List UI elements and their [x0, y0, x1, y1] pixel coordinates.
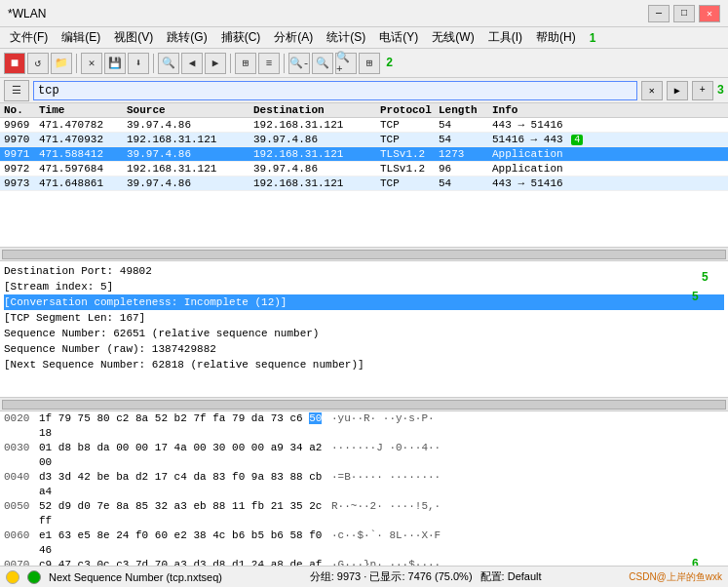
filter-input[interactable]	[33, 81, 637, 100]
packet-list[interactable]: No. Time Source Destination Protocol Len…	[0, 103, 728, 248]
hex-row: 0040 d3 3d 42 be ba d2 17 c4 da 83 f0 9a…	[0, 470, 728, 499]
cell-no: 9970	[0, 134, 39, 145]
filter-bookmark-button[interactable]: ☰	[4, 80, 29, 101]
tb-zoom-out-button[interactable]: 🔍-	[288, 53, 310, 74]
detail-line[interactable]: Destination Port: 49802	[4, 263, 724, 279]
menu-wireless[interactable]: 无线(W)	[426, 27, 479, 48]
tb-layout-button[interactable]: ⊞	[359, 53, 380, 74]
tb-zoom-in-button[interactable]: 🔍+	[335, 53, 357, 74]
hex-bytes: 1f 79 75 80 c2 8a 52 b2 7f fa 79 da 73 c…	[39, 411, 331, 441]
detail-line[interactable]: [Conversation completeness: Incomplete (…	[4, 294, 724, 310]
cell-src: 39.97.4.86	[127, 148, 253, 160]
menu-tools[interactable]: 工具(I)	[482, 27, 528, 48]
menu-help[interactable]: 帮助(H)	[530, 27, 582, 48]
tb-save-button[interactable]: 💾	[104, 53, 126, 74]
tb-fwd-button[interactable]: ▶	[205, 53, 226, 74]
cell-no: 9972	[0, 163, 39, 175]
table-row[interactable]: 9973 471.648861 39.97.4.86 192.168.31.12…	[0, 176, 728, 191]
title-controls: — □ ✕	[648, 5, 720, 22]
tb-sep-2	[153, 54, 154, 73]
detail-line[interactable]: Sequence Number: 62651 (relative sequenc…	[4, 326, 724, 341]
watermark-text: CSDN@上岸的鱼wxk	[629, 570, 722, 584]
tb-search-button[interactable]: 🔍	[158, 53, 179, 74]
col-header-no: No.	[0, 104, 39, 116]
status-group-text: 分组: 9973 · 已显示: 7476 (75.0%)	[310, 569, 473, 584]
cell-dst: 192.168.31.121	[253, 148, 380, 160]
hex-offset: 0050	[4, 499, 39, 528]
detail-line[interactable]: Sequence Number (raw): 1387429882	[4, 341, 724, 357]
hex-offset: 0060	[4, 528, 39, 558]
cell-proto: TLSv1.2	[380, 163, 439, 175]
col-header-protocol: Protocol	[380, 104, 439, 116]
cell-dst: 39.97.4.86	[253, 163, 380, 175]
hex-row: 0020 1f 79 75 80 c2 8a 52 b2 7f fa 79 da…	[0, 411, 728, 441]
details-label-5: 5	[702, 271, 709, 285]
hex-offset: 0070	[4, 558, 39, 566]
table-row[interactable]: 9971 471.588412 39.97.4.86 192.168.31.12…	[0, 147, 728, 162]
cell-time: 471.470932	[39, 134, 127, 145]
hex-bytes: d3 3d 42 be ba d2 17 c4 da 83 f0 9a 83 8…	[39, 470, 331, 499]
cell-proto: TCP	[380, 177, 439, 189]
col-header-info: Info	[492, 104, 728, 116]
detail-line[interactable]: [Next Sequence Number: 62818 (relative s…	[4, 357, 724, 372]
cell-proto: TLSv1.2	[380, 148, 439, 160]
tb-zoom-norm-button[interactable]: 🔍	[312, 53, 333, 74]
menu-analyze[interactable]: 分析(A)	[268, 27, 319, 48]
tb-stop-button[interactable]: ■	[4, 53, 25, 74]
menu-goto[interactable]: 跳转(G)	[161, 27, 212, 48]
menu-edit[interactable]: 编辑(E)	[56, 27, 106, 48]
toolbar: ■ ↺ 📁 ✕ 💾 ⬇ 🔍 ◀ ▶ ⊞ ≡ 🔍- 🔍 🔍+ ⊞ 2	[0, 49, 728, 78]
cell-proto: TCP	[380, 119, 439, 131]
hex-offset: 0020	[4, 411, 39, 441]
packet-details-hscroll[interactable]	[0, 398, 728, 411]
cell-time: 471.597684	[39, 163, 127, 175]
table-row[interactable]: 9969 471.470782 39.97.4.86 192.168.31.12…	[0, 118, 728, 133]
minimize-button[interactable]: —	[648, 5, 670, 22]
status-bar: Next Sequence Number (tcp.nxtseq) 分组: 99…	[0, 566, 728, 587]
menu-stats[interactable]: 统计(S)	[321, 27, 371, 48]
status-profile-text: 配置: Default	[480, 569, 542, 584]
tb-open-button[interactable]: 📁	[51, 53, 72, 74]
filter-apply-button[interactable]: ▶	[667, 81, 688, 100]
tb-back-button[interactable]: ◀	[181, 53, 203, 74]
tb-restart-button[interactable]: ↺	[27, 53, 49, 74]
cell-len: 54	[439, 177, 492, 189]
packet-list-hscroll[interactable]	[0, 248, 728, 261]
cell-time: 471.588412	[39, 148, 127, 160]
maximize-button[interactable]: □	[673, 5, 695, 22]
menu-capture[interactable]: 捕获(C)	[215, 27, 267, 48]
filter-add-button[interactable]: +	[692, 81, 713, 100]
packet-details[interactable]: 5 Destination Port: 49802[Stream index: …	[0, 261, 728, 398]
tb-export-button[interactable]: ⬇	[128, 53, 149, 74]
hscroll-bar-1[interactable]	[2, 250, 726, 259]
detail-line[interactable]: [TCP Segment Len: 167]	[4, 310, 724, 326]
cell-info: Application	[492, 148, 728, 160]
cell-len: 96	[439, 163, 492, 175]
cell-time: 471.648861	[39, 177, 127, 189]
tb-filter-button[interactable]: ⊞	[235, 53, 256, 74]
table-row[interactable]: 9970 471.470932 192.168.31.121 39.97.4.8…	[0, 133, 728, 147]
filter-label-3: 3	[717, 84, 724, 98]
cell-len: 54	[439, 119, 492, 131]
packet-list-header: No. Time Source Destination Protocol Len…	[0, 103, 728, 118]
tb-sep-3	[230, 54, 231, 73]
tb-close-button[interactable]: ✕	[81, 53, 102, 74]
tb-sep-4	[284, 54, 285, 73]
tb-sep-1	[76, 54, 77, 73]
hex-row: 0030 01 d8 b8 da 00 00 17 4a 00 30 00 00…	[0, 441, 728, 470]
cell-info: Application	[492, 163, 728, 175]
close-button[interactable]: ✕	[699, 5, 720, 22]
tb-filter2-button[interactable]: ≡	[258, 53, 280, 74]
hex-dump[interactable]: 0020 1f 79 75 80 c2 8a 52 b2 7f fa 79 da…	[0, 411, 728, 566]
menu-file[interactable]: 文件(F)	[4, 27, 54, 48]
menu-view[interactable]: 视图(V)	[108, 27, 159, 48]
filter-bar: ☰ ✕ ▶ + 3	[0, 78, 728, 103]
cell-src: 192.168.31.121	[127, 134, 253, 145]
filter-clear-button[interactable]: ✕	[641, 81, 663, 100]
table-row[interactable]: 9972 471.597684 192.168.31.121 39.97.4.8…	[0, 162, 728, 176]
detail-line[interactable]: [Stream index: 5]	[4, 279, 724, 294]
menu-phone[interactable]: 电话(Y)	[373, 27, 424, 48]
hscroll-bar-2[interactable]	[2, 400, 726, 410]
hex-bytes: e1 63 e5 8e 24 f0 60 e2 38 4c b6 b5 b6 5…	[39, 528, 331, 558]
hex-row: 0050 52 d9 d0 7e 8a 85 32 a3 eb 88 11 fb…	[0, 499, 728, 528]
